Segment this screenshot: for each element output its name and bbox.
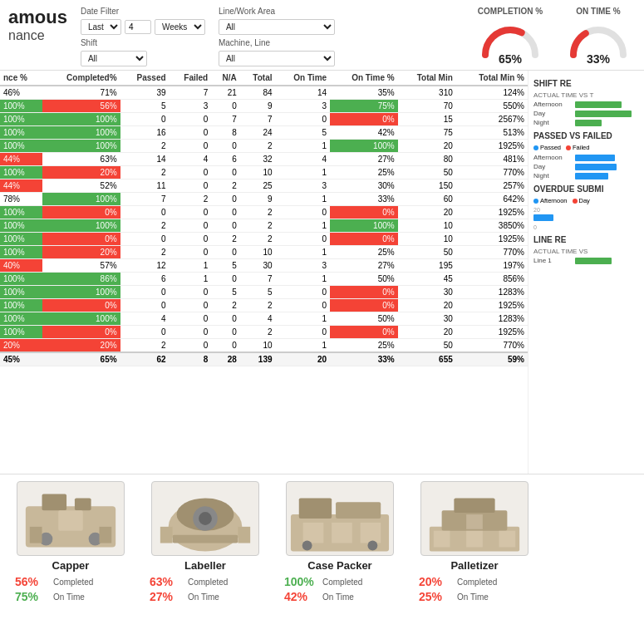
cell-failed: 0	[170, 312, 212, 326]
ontime-stat-row: 75% On Time	[15, 590, 85, 603]
cell-nce: 100%	[0, 326, 42, 339]
completed-stat-row: 63% Completed	[150, 575, 228, 588]
cell-ontime-pct: 75%	[330, 100, 398, 113]
machine-line-select[interactable]: All	[219, 51, 335, 66]
cell-total: 9	[240, 100, 276, 113]
cell-ontime: 1	[276, 140, 331, 153]
cell-nce: 78%	[0, 193, 42, 206]
cell-ontime-pct: 0%	[330, 113, 398, 126]
table-row: 100% 100% 2 0 0 2 1 100% 10 3850%	[0, 219, 528, 233]
cell-failed: 7	[170, 86, 212, 100]
cell-na: 0	[211, 219, 240, 233]
cell-total-min: 20	[398, 140, 456, 153]
cell-total-min: 20	[398, 206, 456, 219]
col-total-min-pct: Total Min %	[456, 71, 528, 86]
machine-line-label: Machine, Line	[219, 38, 335, 47]
overdue-axis-20: 20	[533, 207, 639, 213]
cell-ontime: 0	[276, 113, 331, 126]
cell-passed: 14	[120, 153, 170, 166]
cell-nce: 44%	[0, 179, 42, 193]
cell-completed: 100%	[42, 126, 120, 140]
cell-failed: 0	[170, 179, 212, 193]
cell-ontime-pct: 27%	[330, 259, 398, 273]
cell-passed: 7	[120, 193, 170, 206]
cell-total: 30	[240, 259, 276, 273]
col-passed: Passed	[120, 71, 170, 86]
cell-total-min: 80	[398, 153, 456, 166]
cell-ontime-pct: 25%	[330, 339, 398, 353]
cell-total: 10	[240, 166, 276, 179]
gauge-area: COMPLETION % 65% ON TIME % 33%	[473, 7, 636, 66]
cell-passed: 6	[120, 273, 170, 286]
cell-na: 2	[211, 233, 240, 246]
machine-image	[17, 481, 125, 556]
svg-rect-1	[42, 494, 67, 510]
line-area-group: Line/Work Area All Machine, Line All	[219, 7, 335, 66]
cell-failed: 3	[170, 100, 212, 113]
cell-ontime-pct: 0%	[330, 206, 398, 219]
cell-total-min-pct: 2567%	[456, 113, 528, 126]
cell-total-min-pct: 550%	[456, 100, 528, 113]
svg-rect-29	[466, 514, 483, 529]
completed-stat-row: 20% Completed	[419, 575, 497, 588]
cell-completed: 86%	[42, 273, 120, 286]
date-filter-select[interactable]: Last	[81, 19, 121, 35]
line-area-select[interactable]: All	[219, 19, 335, 35]
completed-label: Completed	[457, 578, 497, 587]
sum-ontime-pct: 33%	[330, 352, 398, 366]
legend-afternoon-overdue: Afternoon	[533, 197, 568, 204]
cell-total: 84	[240, 86, 276, 100]
cell-na: 0	[211, 273, 240, 286]
overdue-chart	[533, 214, 639, 221]
ontime-label: ON TIME %	[576, 7, 620, 16]
ontime-pct: 75%	[15, 590, 48, 603]
cell-ontime: 0	[276, 286, 331, 299]
completed-label: Completed	[188, 578, 228, 587]
cell-passed: 2	[120, 166, 170, 179]
date-number-input[interactable]	[125, 20, 151, 34]
cell-nce: 40%	[0, 259, 42, 273]
svg-rect-25	[454, 498, 494, 513]
cell-total-min-pct: 1925%	[456, 326, 528, 339]
cell-nce: 100%	[0, 140, 42, 153]
cell-completed: 100%	[42, 193, 120, 206]
cell-failed: 0	[170, 206, 212, 219]
cell-na: 0	[211, 140, 240, 153]
completed-pct: 100%	[284, 575, 317, 588]
cell-failed: 4	[170, 153, 212, 166]
cell-completed: 71%	[42, 86, 120, 100]
cell-completed: 100%	[42, 312, 120, 326]
cell-ontime: 1	[276, 193, 331, 206]
shift-select[interactable]: All	[81, 51, 147, 66]
svg-rect-16	[299, 498, 332, 519]
cell-completed: 63%	[42, 153, 120, 166]
cell-ontime: 14	[276, 86, 331, 100]
table-row: 100% 0% 0 0 2 2 0 0% 10 1925%	[0, 233, 528, 246]
table-row: 100% 0% 0 0 2 2 0 0% 20 1925%	[0, 299, 528, 312]
svg-rect-19	[332, 523, 352, 543]
completion-label: COMPLETION %	[478, 7, 543, 16]
svg-rect-18	[303, 523, 324, 543]
line-report-title: LINE RE	[533, 235, 639, 244]
line-actual-title: ACTUAL TIME VS	[533, 248, 639, 255]
cell-nce: 100%	[0, 273, 42, 286]
col-total-min: Total Min	[398, 71, 456, 86]
ontime-value: 33%	[587, 52, 610, 66]
machine-card-capper: Capper 56% Completed 75% On Time	[8, 481, 133, 617]
cell-completed: 100%	[42, 140, 120, 153]
bar-afternoon: Afternoon	[533, 101, 639, 108]
cell-total-min: 150	[398, 179, 456, 193]
machine-stats: 20% Completed 25% On Time	[412, 575, 537, 605]
cell-completed: 56%	[42, 100, 120, 113]
cell-na: 8	[211, 126, 240, 140]
cell-total-min: 50	[398, 246, 456, 259]
cell-total-min: 10	[398, 219, 456, 233]
line1-bar: Line 1	[533, 257, 639, 264]
date-unit-select[interactable]: Weeks	[155, 19, 205, 35]
overdue-axis-0: 0	[533, 224, 639, 230]
shift-report-title: SHIFT RE	[533, 79, 639, 88]
line-area-label: Line/Work Area	[219, 7, 335, 16]
cell-total-min: 50	[398, 166, 456, 179]
cell-total-min-pct: 257%	[456, 179, 528, 193]
cell-ontime-pct: 33%	[330, 193, 398, 206]
